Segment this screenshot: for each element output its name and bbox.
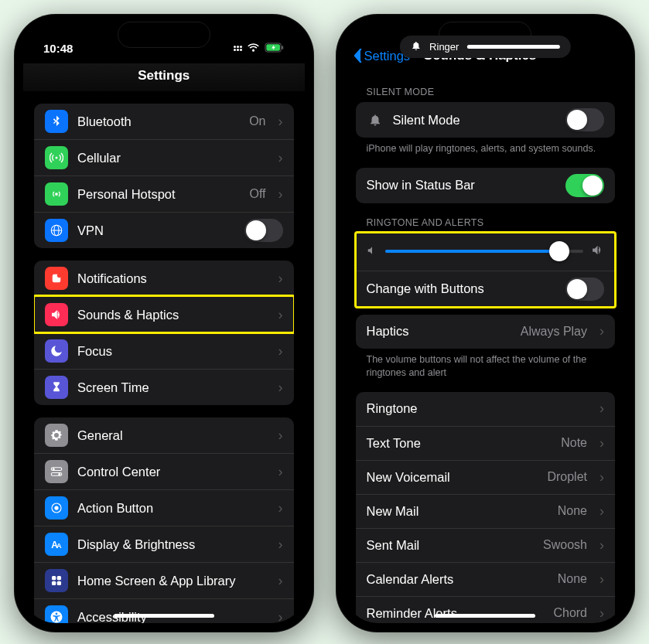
chevron-right-icon: › (275, 271, 283, 287)
silent-mode-row[interactable]: Silent Mode (356, 102, 616, 138)
settings-row-cellular[interactable]: Cellular› (34, 139, 294, 175)
chevron-right-icon: › (596, 605, 604, 622)
buttons-note: The volume buttons will not affect the v… (356, 349, 616, 380)
settings-row-notifications[interactable]: Notifications› (34, 261, 294, 296)
sound-label: Sent Mail (367, 538, 535, 553)
show-in-status-bar-label: Show in Status Bar (367, 178, 557, 193)
row-label: Action Button (77, 501, 266, 516)
display-icon: AA (45, 533, 68, 556)
bell-icon (367, 108, 384, 131)
change-with-buttons-row[interactable]: Change with Buttons (356, 271, 616, 307)
settings-row-screentime[interactable]: Screen Time› (34, 369, 294, 405)
hotspot-icon (45, 182, 68, 206)
chevron-right-icon: › (275, 114, 283, 130)
svg-rect-20 (57, 581, 61, 585)
sound-row-6[interactable]: Reminder AlertsChord› (356, 596, 616, 623)
sound-row-0[interactable]: Ringtone› (356, 392, 616, 426)
row-label: Screen Time (77, 380, 266, 395)
settings-row-hotspot[interactable]: Personal HotspotOff› (34, 175, 294, 212)
chevron-right-icon: › (275, 186, 283, 203)
chevron-right-icon: › (275, 464, 283, 480)
svg-rect-19 (52, 581, 56, 585)
switches-icon (45, 460, 68, 483)
svg-text:A: A (56, 542, 62, 550)
sound-detail: None (558, 504, 587, 518)
change-with-buttons-label: Change with Buttons (367, 281, 557, 296)
chevron-right-icon: › (596, 435, 604, 451)
svg-point-4 (55, 193, 58, 196)
sound-label: Text Tone (367, 436, 552, 451)
chevron-right-icon: › (275, 573, 283, 589)
hourglass-icon (45, 376, 68, 399)
chevron-right-icon: › (275, 343, 283, 359)
bell-icon (45, 267, 68, 290)
vpn-icon (45, 219, 68, 242)
sound-row-3[interactable]: New MailNone› (356, 494, 616, 528)
dynamic-island (118, 22, 210, 48)
speaker-low-icon (367, 244, 377, 259)
svg-rect-17 (52, 576, 56, 580)
chevron-right-icon: › (596, 469, 604, 486)
show-in-status-bar-row[interactable]: Show in Status Bar (356, 168, 616, 203)
row-detail: Off (249, 187, 265, 201)
phone-left: 10:48 Settings BluetoothOn›Cellular›Pers… (14, 14, 314, 632)
settings-row-homescreen[interactable]: Home Screen & App Library› (34, 562, 294, 598)
chevron-right-icon: › (596, 400, 604, 417)
settings-row-controlcenter[interactable]: Control Center› (34, 453, 294, 489)
svg-point-22 (56, 613, 58, 615)
vpn-toggle[interactable] (244, 219, 283, 242)
chevron-right-icon: › (275, 307, 283, 323)
speaker-high-icon (591, 244, 604, 260)
section-silent-mode-label: SILENT MODE (356, 73, 616, 102)
chevron-right-icon: › (275, 150, 283, 166)
settings-row-sounds[interactable]: Sounds & Haptics› (34, 296, 294, 332)
ringer-volume-row[interactable] (356, 233, 616, 271)
sound-label: Ringtone (367, 401, 588, 416)
sound-row-1[interactable]: Text ToneNote› (356, 426, 616, 460)
settings-row-accessibility[interactable]: Accessibility› (34, 598, 294, 623)
settings-group-general: General›Control Center›Action Button›AAD… (34, 417, 294, 623)
chevron-right-icon: › (596, 537, 604, 554)
page-title: Settings (23, 63, 305, 91)
chevron-right-icon: › (596, 323, 604, 339)
home-indicator[interactable] (114, 614, 214, 618)
sound-row-5[interactable]: Calendar AlertsNone› (356, 562, 616, 596)
chevron-right-icon: › (596, 571, 604, 588)
chevron-right-icon: › (596, 503, 604, 520)
row-label: Bluetooth (77, 114, 240, 129)
settings-row-vpn[interactable]: VPN (34, 212, 294, 248)
grid-icon (45, 569, 68, 592)
ringer-hud: Ringer (400, 36, 570, 58)
svg-point-3 (56, 157, 58, 159)
settings-group-notifications: Notifications›Sounds & Haptics›Focus›Scr… (34, 261, 294, 405)
haptics-row[interactable]: Haptics Always Play › (356, 315, 616, 349)
silent-mode-label: Silent Mode (393, 113, 557, 128)
home-indicator[interactable] (435, 614, 535, 618)
ringer-volume-slider[interactable] (385, 250, 584, 253)
settings-row-bluetooth[interactable]: BluetoothOn› (34, 104, 294, 139)
row-label: Personal Hotspot (77, 187, 240, 202)
chevron-right-icon: › (275, 428, 283, 444)
section-ringtone-label: RINGTONE AND ALERTS (356, 203, 616, 233)
sound-detail: Chord (553, 606, 587, 620)
settings-row-display[interactable]: AADisplay & Brightness› (34, 526, 294, 562)
chevron-right-icon: › (275, 609, 283, 624)
silent-mode-toggle[interactable] (565, 108, 604, 131)
svg-point-8 (57, 274, 61, 278)
accessibility-icon (45, 605, 68, 623)
settings-row-actionbutton[interactable]: Action Button› (34, 489, 294, 526)
ringtone-alerts-group: Change with Buttons (356, 233, 616, 307)
show-in-status-bar-toggle[interactable] (565, 174, 604, 197)
change-with-buttons-toggle[interactable] (565, 278, 604, 301)
sound-row-2[interactable]: New VoicemailDroplet› (356, 460, 616, 494)
settings-row-focus[interactable]: Focus› (34, 332, 294, 369)
sound-detail: None (558, 572, 587, 586)
settings-row-general[interactable]: General› (34, 417, 294, 453)
battery-icon (265, 42, 285, 55)
silent-mode-note: iPhone will play ringtones, alerts, and … (356, 138, 616, 155)
sound-row-4[interactable]: Sent MailSwoosh› (356, 528, 616, 562)
chevron-right-icon: › (275, 537, 283, 553)
gear-icon (45, 424, 68, 447)
status-time: 10:48 (43, 42, 73, 55)
settings-group-network: BluetoothOn›Cellular›Personal HotspotOff… (34, 104, 294, 248)
